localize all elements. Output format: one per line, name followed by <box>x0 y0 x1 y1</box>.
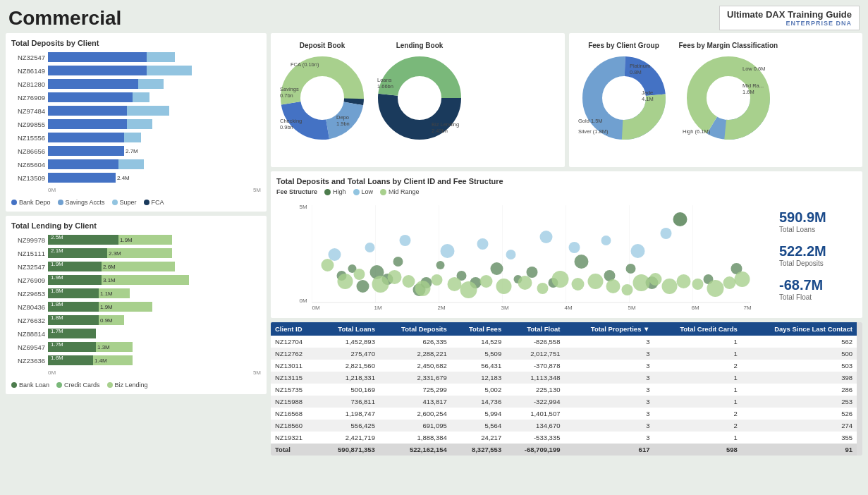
svg-text:1.6M: 1.6M <box>742 89 754 95</box>
svg-point-23 <box>603 77 645 119</box>
svg-text:0M: 0M <box>300 298 307 304</box>
table-cell: 2,331,679 <box>379 372 451 384</box>
table-cell: 355 <box>742 432 857 444</box>
bar-container: 2.7M <box>48 145 261 157</box>
scatter-stats: 590.9M Total Loans 522.2M Total Deposits… <box>779 198 857 312</box>
table-cell: NZ19321 <box>271 432 319 444</box>
bar-container: 2.4M <box>48 172 261 183</box>
bar-green <box>118 159 144 169</box>
bar-label: NZ76632 <box>11 317 45 324</box>
legend-item: FCA <box>144 199 164 206</box>
scatter-legend: Fee Structure High Low Mid Range <box>276 188 857 195</box>
legend-dot <box>107 382 113 388</box>
bar-blue-value: 2.7M <box>126 148 138 154</box>
lending-axis: 0M 5M <box>11 368 261 379</box>
bar-dark-value: 1.9M <box>49 274 63 281</box>
table-cell: 24,217 <box>451 432 506 444</box>
table-cell: 3 <box>564 384 654 396</box>
table-cell: -533,335 <box>506 432 564 444</box>
legend-label: Credit Cards <box>64 381 100 389</box>
deposits-axis-min: 0M <box>48 187 56 193</box>
bar-dark-value: 1.7M <box>49 341 63 348</box>
svg-text:2M: 2M <box>438 305 446 311</box>
table-row: NZ76909 1.9M 3.1M <box>11 274 261 286</box>
stat-loans-label: Total Loans <box>779 226 857 233</box>
table-cell: 253 <box>742 396 857 408</box>
svg-point-68 <box>491 262 503 275</box>
svg-point-14 <box>398 77 441 119</box>
svg-text:0.7bn: 0.7bn <box>280 92 293 99</box>
bar-green <box>138 79 164 89</box>
deposit-book-donut: FCA (0.1bn) Savings 0.7bn Checking 0.9bn… <box>276 52 368 144</box>
bar-dark-value: 2.5M <box>49 234 63 240</box>
svg-point-102 <box>518 276 532 290</box>
svg-point-83 <box>477 238 489 250</box>
svg-point-87 <box>601 236 611 245</box>
table-cell: 398 <box>742 372 857 384</box>
table-cell: 2 <box>654 420 741 432</box>
bar-label: NZ69547 <box>11 343 45 351</box>
svg-point-82 <box>441 244 455 258</box>
svg-text:5M: 5M <box>628 305 636 311</box>
table-row: NZ15111 2.1M 2.3M <box>11 248 261 259</box>
table-row: NZ88814 1.7M <box>11 328 261 339</box>
lending-legend: Bank LoanCredit CardsBiz Lending <box>11 381 261 389</box>
legend-item: Savings Accts <box>58 199 105 206</box>
bar-blue <box>48 52 147 62</box>
table-row: NZ18560556,425691,0955,564134,67032274 <box>271 420 857 432</box>
bar-label: NZ32547 <box>11 263 45 271</box>
svg-point-108 <box>622 284 633 295</box>
bar-container: 2.5M 1.9M <box>48 234 261 245</box>
table-row: NZ165681,198,7472,600,2545,9941,401,5073… <box>271 408 857 420</box>
table-row: NZ131151,218,3312,331,67912,1831,113,348… <box>271 372 857 384</box>
table-cell: 590,871,353 <box>319 444 379 456</box>
svg-text:7M: 7M <box>744 305 752 311</box>
svg-point-86 <box>569 242 580 253</box>
col-days-contact: Days Since Last Contact <box>742 322 857 336</box>
table-row: NZ15735500,169725,2995,002225,13031286 <box>271 384 857 396</box>
table-cell: 691,095 <box>379 420 451 432</box>
bar-light-value: 1.9M <box>100 304 113 310</box>
table-cell: 522,162,154 <box>379 444 451 456</box>
bar-blue <box>48 133 124 142</box>
bar-label: NZ13509 <box>11 174 45 182</box>
table-scroll[interactable]: Client ID Total Loans Total Deposits Tot… <box>271 322 857 456</box>
bar-container: 3.5M <box>48 65 261 76</box>
bar-container: 2.5M <box>48 159 261 170</box>
legend-dot <box>58 200 63 205</box>
svg-text:Mid Ra...: Mid Ra... <box>742 82 764 89</box>
guide-branding: Ultimate DAX Training Guide ENTERPRISE D… <box>719 6 860 30</box>
bar-light-value: 3.1M <box>103 277 116 283</box>
bar-light-value: 2.6M <box>103 264 116 270</box>
table-cell: NZ15735 <box>271 384 319 396</box>
bar-container: 2.8M <box>48 105 261 116</box>
svg-text:Biz Lending: Biz Lending <box>432 121 459 128</box>
svg-text:2.43bn: 2.43bn <box>432 128 448 134</box>
svg-point-93 <box>372 276 389 293</box>
svg-text:Savings: Savings <box>280 86 299 92</box>
table-cell: 14,529 <box>451 336 506 348</box>
svg-point-104 <box>552 271 569 288</box>
svg-text:1.66bn: 1.66bn <box>377 83 393 90</box>
svg-text:FCA (0.1bn): FCA (0.1bn) <box>291 61 319 68</box>
svg-text:4M: 4M <box>565 305 573 311</box>
lending-chart-title: Total Lending by Client <box>11 221 261 230</box>
scrollbar[interactable] <box>857 322 862 456</box>
svg-point-96 <box>415 281 431 296</box>
bar-label: NZ97484 <box>11 107 45 115</box>
table-cell: 1,218,331 <box>319 372 379 384</box>
scatter-low-legend: Low <box>353 188 374 195</box>
bar-container: 2.1M 2.3M <box>48 248 261 259</box>
page-title: Commercial <box>8 7 121 30</box>
lending-axis-min: 0M <box>48 369 56 376</box>
bar-container: 1.8M 1.1M <box>48 288 261 299</box>
table-cell: 275,470 <box>319 348 379 360</box>
bar-container: 1.8M 0.9M <box>48 314 261 326</box>
table-row: Total590,871,353522,162,1548,327,553-68,… <box>271 444 857 456</box>
bar-dark-value: 2.1M <box>49 248 63 254</box>
bar-label: NZ80436 <box>11 303 45 311</box>
bar-container: 1.9M 3.1M <box>48 274 261 286</box>
legend-label: Bank Loan <box>19 381 49 389</box>
svg-point-98 <box>448 277 462 291</box>
table-cell: 1 <box>654 384 741 396</box>
